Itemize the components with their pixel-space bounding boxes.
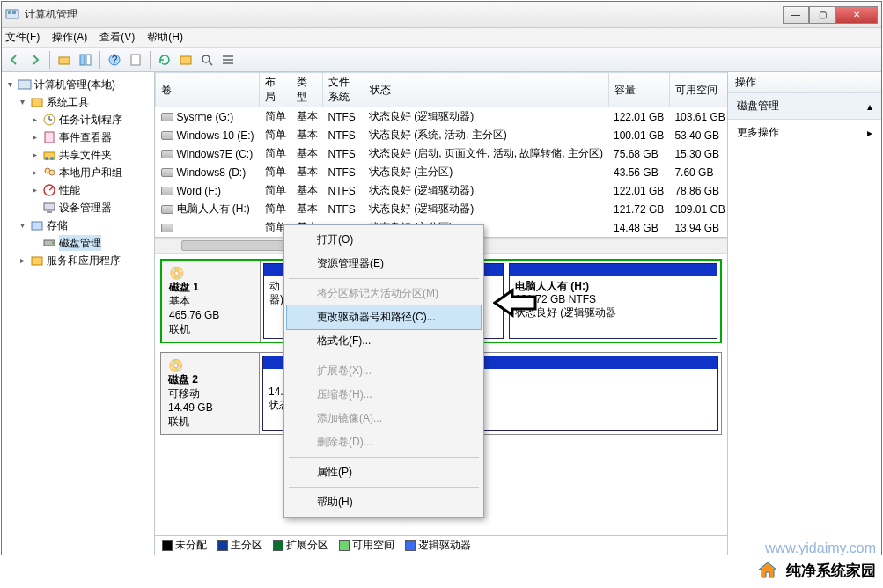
actions-pane: 操作 磁盘管理▴ 更多操作▸ bbox=[728, 72, 881, 555]
ctx-help[interactable]: 帮助(H) bbox=[287, 490, 481, 514]
svg-rect-13 bbox=[223, 59, 233, 61]
volume-icon bbox=[161, 131, 173, 140]
svg-rect-29 bbox=[47, 211, 52, 213]
disk-1-partition-h[interactable]: 电脑人人有 (H:)121.72 GB NTFS状态良好 (逻辑驱动器 bbox=[509, 263, 717, 339]
ctx-shrink: 压缩卷(H)... bbox=[287, 383, 481, 407]
back-button[interactable] bbox=[5, 51, 23, 69]
svg-rect-16 bbox=[32, 99, 42, 107]
volume-icon bbox=[161, 187, 173, 195]
disk-icon: 📀 bbox=[169, 266, 253, 280]
actions-header: 操作 bbox=[728, 72, 881, 93]
ctx-mirror: 添加镜像(A)... bbox=[287, 407, 481, 430]
chevron-right-icon: ▸ bbox=[867, 127, 872, 139]
table-row[interactable]: Word (F:)简单基本NTFS状态良好 (逻辑驱动器)122.01 GB78… bbox=[156, 181, 728, 200]
ctx-change-drive-letter[interactable]: 更改驱动器号和路径(C)... bbox=[287, 305, 481, 329]
svg-rect-3 bbox=[59, 57, 70, 64]
table-row[interactable]: Windows7E (C:)简单基本NTFS状态良好 (启动, 页面文件, 活动… bbox=[156, 144, 728, 163]
col-free[interactable]: 可用空间 bbox=[669, 73, 727, 107]
ctx-format[interactable]: 格式化(F)... bbox=[287, 329, 481, 353]
volume-icon bbox=[161, 113, 173, 121]
svg-point-22 bbox=[45, 157, 48, 160]
explore-button[interactable] bbox=[177, 51, 195, 69]
menu-help[interactable]: 帮助(H) bbox=[147, 30, 183, 45]
close-button[interactable]: ✕ bbox=[835, 6, 878, 24]
disk-2-info[interactable]: 📀 磁盘 2 可移动 14.49 GB 联机 bbox=[161, 353, 260, 434]
col-volume[interactable]: 卷 bbox=[156, 73, 260, 107]
table-row[interactable]: Sysrme (G:)简单基本NTFS状态良好 (逻辑驱动器)122.01 GB… bbox=[156, 107, 728, 127]
forward-button[interactable] bbox=[26, 51, 44, 69]
tree-systools[interactable]: ▾系统工具 bbox=[18, 93, 152, 111]
disk-icon: 📀 bbox=[168, 358, 252, 372]
watermark-url: www.yidaimy.com bbox=[765, 540, 876, 556]
menu-action[interactable]: 操作(A) bbox=[52, 30, 87, 45]
legend-free: 可用空间 bbox=[352, 539, 394, 551]
actions-more[interactable]: 更多操作▸ bbox=[728, 120, 881, 145]
actions-group[interactable]: 磁盘管理▴ bbox=[728, 93, 881, 120]
tree-device-manager[interactable]: 设备管理器 bbox=[30, 199, 152, 217]
svg-rect-12 bbox=[223, 55, 233, 57]
maximize-button[interactable]: ▢ bbox=[809, 6, 835, 24]
navigation-tree[interactable]: ▾计算机管理(本地) ▾系统工具 ▸任务计划程序 ▸事件查看器 ▸共享文件夹 ▸… bbox=[2, 72, 155, 555]
tree-storage[interactable]: ▾存储 bbox=[18, 217, 152, 234]
col-type[interactable]: 类型 bbox=[291, 73, 323, 107]
app-icon bbox=[5, 8, 19, 22]
tree-event-viewer[interactable]: ▸事件查看器 bbox=[30, 129, 152, 146]
svg-line-27 bbox=[49, 187, 53, 190]
menu-file[interactable]: 文件(F) bbox=[5, 30, 40, 45]
svg-rect-1 bbox=[8, 11, 11, 14]
svg-rect-2 bbox=[12, 11, 16, 14]
context-menu: 打开(O) 资源管理器(E) 将分区标记为活动分区(M) 更改驱动器号和路径(C… bbox=[283, 224, 484, 518]
help-button[interactable]: ? bbox=[106, 51, 123, 69]
col-capacity[interactable]: 容量 bbox=[608, 73, 669, 107]
col-status[interactable]: 状态 bbox=[364, 73, 608, 107]
svg-rect-33 bbox=[32, 257, 42, 265]
rescan-button[interactable] bbox=[198, 51, 216, 69]
tree-performance[interactable]: ▸性能 bbox=[30, 181, 152, 199]
disk-1-info[interactable]: 📀 磁盘 1 基本 465.76 GB 联机 bbox=[162, 261, 261, 342]
ctx-explorer[interactable]: 资源管理器(E) bbox=[287, 252, 481, 276]
tree-services[interactable]: ▸服务和应用程序 bbox=[18, 252, 152, 269]
svg-rect-8 bbox=[131, 55, 140, 65]
svg-rect-4 bbox=[80, 55, 85, 65]
tree-root[interactable]: ▾计算机管理(本地) bbox=[5, 76, 152, 93]
window-title: 计算机管理 bbox=[25, 7, 783, 22]
svg-rect-5 bbox=[86, 55, 91, 65]
tree-task-scheduler[interactable]: ▸任务计划程序 bbox=[30, 111, 152, 129]
list-button[interactable] bbox=[219, 51, 237, 69]
show-hide-button[interactable] bbox=[77, 51, 94, 69]
col-layout[interactable]: 布局 bbox=[260, 73, 291, 107]
volume-list[interactable]: 卷 布局 类型 文件系统 状态 容量 可用空间 Sysrme (G:)简单基本N… bbox=[155, 72, 727, 238]
tree-local-users[interactable]: ▸本地用户和组 bbox=[30, 164, 152, 181]
titlebar[interactable]: 计算机管理 — ▢ ✕ bbox=[2, 2, 881, 28]
col-fs[interactable]: 文件系统 bbox=[323, 73, 364, 107]
tree-disk-management[interactable]: 磁盘管理 bbox=[30, 234, 152, 252]
legend-logical: 逻辑驱动器 bbox=[418, 539, 471, 551]
volume-icon bbox=[161, 168, 173, 177]
up-button[interactable] bbox=[55, 51, 73, 69]
svg-rect-9 bbox=[180, 56, 191, 64]
svg-rect-15 bbox=[18, 80, 31, 89]
table-row[interactable]: Windows 10 (E:)简单基本NTFS状态良好 (系统, 活动, 主分区… bbox=[156, 126, 728, 144]
watermark-brand: 纯净系统家园 bbox=[754, 560, 876, 581]
refresh-button[interactable] bbox=[156, 51, 173, 69]
svg-point-23 bbox=[50, 157, 54, 160]
properties-button[interactable] bbox=[127, 51, 144, 69]
tree-shared-folders[interactable]: ▸共享文件夹 bbox=[30, 146, 152, 164]
svg-point-25 bbox=[49, 170, 55, 175]
brand-logo-icon bbox=[754, 560, 781, 581]
svg-text:?: ? bbox=[112, 54, 118, 66]
toolbar: ? bbox=[2, 48, 881, 72]
ctx-properties[interactable]: 属性(P) bbox=[287, 460, 481, 484]
svg-rect-20 bbox=[45, 132, 54, 143]
menubar: 文件(F) 操作(A) 查看(V) 帮助(H) bbox=[2, 28, 881, 48]
minimize-button[interactable]: — bbox=[783, 6, 809, 24]
volume-icon bbox=[161, 150, 173, 158]
table-row[interactable]: 电脑人人有 (H:)简单基本NTFS状态良好 (逻辑驱动器)121.72 GB1… bbox=[156, 200, 728, 218]
ctx-delete: 删除卷(D)... bbox=[287, 430, 481, 454]
svg-rect-28 bbox=[44, 203, 55, 210]
svg-line-11 bbox=[209, 62, 212, 65]
menu-view[interactable]: 查看(V) bbox=[99, 30, 135, 45]
ctx-open[interactable]: 打开(O) bbox=[287, 228, 481, 252]
table-row[interactable]: Windows8 (D:)简单基本NTFS状态良好 (主分区)43.56 GB7… bbox=[156, 163, 728, 181]
svg-point-32 bbox=[52, 242, 54, 244]
